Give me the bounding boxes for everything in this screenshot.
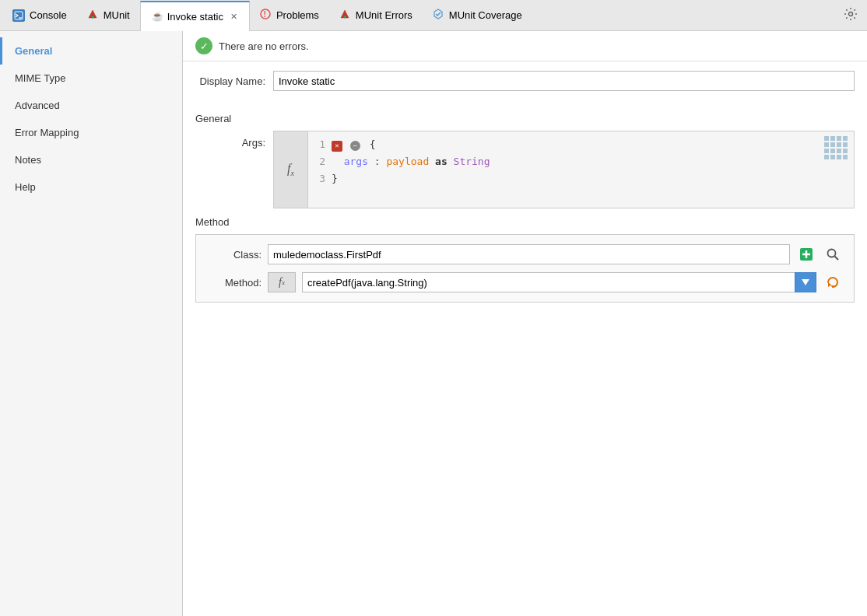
display-name-label: Display Name:: [195, 75, 265, 87]
sidebar: General MIME Type Advanced Error Mapping…: [0, 31, 183, 616]
class-input[interactable]: [268, 244, 790, 264]
svg-marker-14: [802, 279, 809, 285]
status-bar: ✓ There are no errors.: [183, 31, 867, 61]
tab-munit-label: MUnit: [104, 9, 130, 21]
tab-problems-label: Problems: [276, 9, 319, 21]
tab-console[interactable]: Console: [3, 0, 77, 30]
general-section: General Args: fx 1 ✕ −: [183, 113, 867, 208]
collapse-marker[interactable]: −: [350, 141, 360, 151]
brace-open: {: [370, 138, 376, 150]
tab-munit[interactable]: MUnit: [77, 0, 140, 30]
tab-invoke-static[interactable]: ☕ Invoke static ✕: [140, 1, 250, 31]
svg-marker-15: [828, 282, 831, 287]
tab-munit-errors[interactable]: MUnit Errors: [329, 0, 423, 30]
refresh-method-button[interactable]: [823, 272, 843, 292]
class-label: Class:: [207, 249, 262, 261]
settings-button[interactable]: [844, 7, 864, 23]
args-row: Args: fx 1 ✕ − {: [195, 131, 855, 208]
grid-icon: [824, 136, 849, 161]
munit-errors-icon: [339, 8, 351, 23]
method-input[interactable]: [302, 272, 795, 292]
sidebar-item-notes-label: Notes: [15, 154, 41, 166]
code-line-3: 3 }: [314, 170, 813, 187]
code-editor[interactable]: 1 ✕ − { 2 args :: [308, 131, 820, 208]
tab-munit-errors-label: MUnit Errors: [356, 9, 412, 21]
tab-munit-coverage-label: MUnit Coverage: [449, 9, 522, 21]
svg-text:☕: ☕: [152, 10, 163, 22]
no-errors-text: There are no errors.: [219, 40, 309, 52]
problems-icon: !: [259, 8, 272, 23]
svg-point-8: [849, 12, 853, 16]
code-line-2: 2 args : payload as String: [314, 153, 813, 170]
tab-invoke-static-label: Invoke static: [167, 11, 223, 23]
svg-point-12: [828, 250, 836, 257]
sidebar-item-general-label: General: [15, 45, 52, 57]
sidebar-item-error-mapping[interactable]: Error Mapping: [0, 119, 182, 146]
sidebar-item-help[interactable]: Help: [0, 173, 182, 201]
code-args: args: [344, 156, 368, 167]
svg-point-3: [91, 16, 93, 19]
tab-munit-coverage[interactable]: MUnit Coverage: [423, 0, 532, 30]
sidebar-item-mime-type[interactable]: MIME Type: [0, 65, 182, 92]
general-section-header: General: [195, 113, 855, 124]
java-icon: ☕: [150, 9, 163, 24]
code-as: as: [435, 156, 453, 167]
tab-close-button[interactable]: ✕: [228, 11, 240, 23]
args-fx-button[interactable]: fx: [274, 131, 308, 208]
method-label: Method:: [207, 277, 262, 289]
display-name-section: Display Name:: [183, 61, 867, 108]
add-class-button[interactable]: [796, 244, 816, 264]
method-section: Method Class:: [183, 216, 867, 315]
sidebar-item-advanced[interactable]: Advanced: [0, 92, 182, 119]
display-name-row: Display Name:: [195, 71, 855, 91]
sidebar-item-advanced-label: Advanced: [15, 100, 60, 111]
svg-point-7: [343, 16, 346, 19]
svg-text:!: !: [263, 10, 265, 19]
main-layout: General MIME Type Advanced Error Mapping…: [0, 31, 867, 616]
code-line-1: 1 ✕ − {: [314, 136, 813, 153]
method-dropdown: [302, 272, 816, 292]
no-errors-icon: ✓: [195, 37, 212, 54]
class-row: Class:: [207, 244, 843, 264]
tab-console-label: Console: [30, 9, 67, 21]
munit-coverage-icon: [432, 8, 444, 23]
code-payload: payload: [386, 156, 429, 167]
console-icon: [12, 9, 25, 22]
args-label: Args:: [195, 131, 265, 149]
method-fx-button[interactable]: fx: [268, 272, 296, 292]
display-name-input[interactable]: [273, 71, 855, 91]
sidebar-item-general[interactable]: General: [0, 37, 182, 65]
args-editor: fx 1 ✕ − { 2: [273, 131, 855, 208]
sidebar-item-help-label: Help: [15, 181, 36, 193]
method-row: Method: fx: [207, 272, 843, 292]
method-section-header: Method: [195, 216, 855, 228]
sidebar-item-mime-type-label: MIME Type: [15, 72, 66, 84]
grid-icon-area: [820, 131, 854, 208]
code-string: String: [454, 156, 490, 167]
brace-close: }: [332, 170, 338, 187]
content-area: ✓ There are no errors. Display Name: Gen…: [183, 31, 867, 616]
tab-problems[interactable]: ! Problems: [250, 0, 329, 30]
sidebar-item-notes[interactable]: Notes: [0, 146, 182, 173]
sidebar-item-error-mapping-label: Error Mapping: [15, 127, 79, 138]
method-box: Class:: [195, 234, 855, 303]
search-class-button[interactable]: [823, 244, 843, 264]
method-dropdown-button[interactable]: [795, 272, 816, 292]
svg-line-13: [835, 257, 839, 261]
tab-bar: Console MUnit ☕ Invoke static ✕ ! Probl: [0, 0, 867, 31]
munit-icon: [86, 8, 99, 23]
error-marker: ✕: [332, 141, 342, 152]
